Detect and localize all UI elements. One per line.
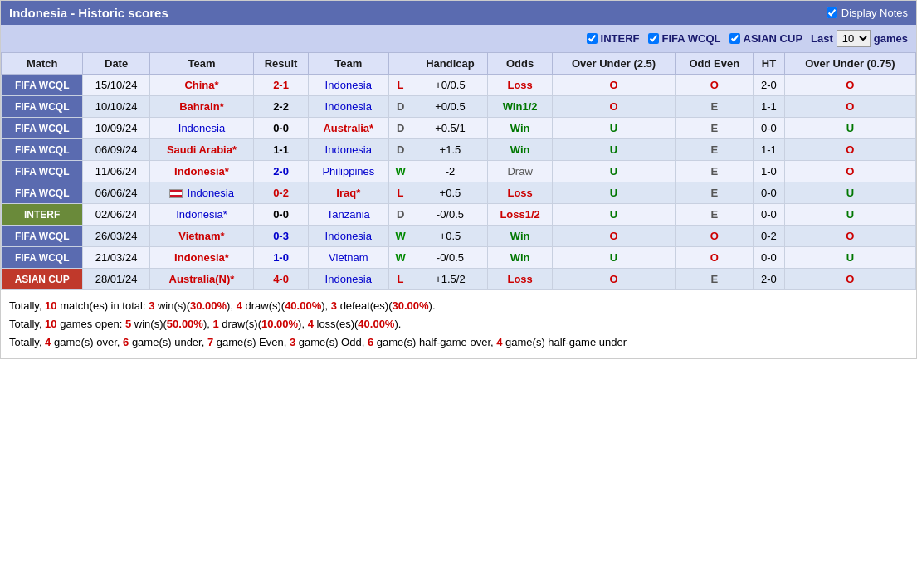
ht-ou-cell: U [784, 118, 915, 139]
result-cell: 0-0 [254, 204, 309, 226]
handicap-cell: +1.5/2 [412, 269, 488, 290]
ht-cell: 0-0 [754, 204, 784, 226]
filter-wcql[interactable]: FIFA WCQL [648, 32, 721, 45]
wcql-checkbox[interactable] [648, 33, 659, 44]
asian-cup-checkbox[interactable] [729, 33, 740, 44]
col-handicap: Handicap [412, 53, 488, 75]
team1-cell[interactable]: Bahrain* [149, 96, 253, 118]
date-cell: 11/06/24 [83, 161, 149, 182]
team2-cell[interactable]: Indonesia [308, 269, 388, 290]
oe-cell: E [676, 139, 754, 161]
team1-cell[interactable]: China* [149, 75, 253, 96]
display-notes-label: Display Notes [841, 7, 908, 19]
ht-cell: 1-0 [754, 161, 784, 182]
wdl-cell: L [388, 182, 412, 204]
table-row: FIFA WCQL21/03/24Indonesia*1-0VietnamW-0… [2, 247, 916, 269]
date-cell: 15/10/24 [83, 75, 149, 96]
oe-cell: O [676, 226, 754, 247]
team2-cell[interactable]: Indonesia [308, 75, 388, 96]
match-type-cell: FIFA WCQL [2, 161, 83, 182]
oe-cell: E [676, 182, 754, 204]
ht-cell: 0-0 [754, 247, 784, 269]
odds-cell: Draw [488, 161, 552, 182]
ou25-cell: U [552, 182, 675, 204]
display-notes-area: Display Notes [827, 7, 908, 19]
filter-interf[interactable]: INTERF [587, 32, 640, 45]
wdl-cell: D [388, 139, 412, 161]
team1-cell[interactable]: Indonesia* [149, 161, 253, 182]
handicap-cell: +0.5 [412, 182, 488, 204]
ht-cell: 0-0 [754, 182, 784, 204]
handicap-cell: -0/0.5 [412, 204, 488, 226]
team2-cell[interactable]: Indonesia [308, 226, 388, 247]
summary-line2: Totally, 10 games open: 5 win(s)(50.00%)… [9, 315, 908, 333]
scores-table: Match Date Team Result Team Handicap Odd… [1, 52, 916, 290]
ou25-cell: O [552, 75, 675, 96]
ht-ou-cell: O [784, 226, 915, 247]
games-count-select[interactable]: 5 10 15 20 30 [837, 30, 871, 47]
ht-ou-cell: O [784, 269, 915, 290]
team1-cell[interactable]: Indonesia* [149, 247, 253, 269]
table-row: FIFA WCQL10/10/24Bahrain*2-2IndonesiaD+0… [2, 96, 916, 118]
summary-wins: 3 [149, 299, 154, 312]
team1-cell[interactable]: Australia(N)* [149, 269, 253, 290]
interf-checkbox[interactable] [587, 33, 598, 44]
ou25-cell: U [552, 161, 675, 182]
handicap-cell: +0/0.5 [412, 75, 488, 96]
table-body: FIFA WCQL15/10/24China*2-1IndonesiaL+0/0… [2, 75, 916, 290]
table-row: INTERF02/06/24Indonesia*0-0TanzaniaD-0/0… [2, 204, 916, 226]
table-row: FIFA WCQL06/06/24 Indonesia0-2Iraq*L+0.5… [2, 182, 916, 204]
match-type-cell: FIFA WCQL [2, 96, 83, 118]
table-row: FIFA WCQL10/09/24Indonesia0-0Australia*D… [2, 118, 916, 139]
team2-cell[interactable]: Vietnam [308, 247, 388, 269]
team1-cell[interactable]: Indonesia [149, 182, 253, 204]
team2-cell[interactable]: Indonesia [308, 139, 388, 161]
date-cell: 06/09/24 [83, 139, 149, 161]
ou25-cell: U [552, 118, 675, 139]
date-cell: 26/03/24 [83, 226, 149, 247]
ht-ou-cell: U [784, 182, 915, 204]
filter-asian-cup[interactable]: ASIAN CUP [729, 32, 803, 45]
odds-cell: Win [488, 247, 552, 269]
ht-ou-cell: O [784, 96, 915, 118]
table-row: FIFA WCQL15/10/24China*2-1IndonesiaL+0/0… [2, 75, 916, 96]
summary-line3: Totally, 4 game(s) over, 6 game(s) under… [9, 333, 908, 352]
match-type-cell: FIFA WCQL [2, 139, 83, 161]
team1-cell[interactable]: Saudi Arabia* [149, 139, 253, 161]
main-container: Indonesia - Historic scores Display Note… [0, 0, 917, 359]
interf-label: INTERF [601, 32, 640, 45]
team1-cell[interactable]: Indonesia* [149, 204, 253, 226]
summary-section: Totally, 10 match(es) in total: 3 win(s)… [1, 290, 916, 358]
team2-cell[interactable]: Iraq* [308, 182, 388, 204]
table-header-row: Match Date Team Result Team Handicap Odd… [2, 53, 916, 75]
ht-ou-cell: O [784, 161, 915, 182]
page-header: Indonesia - Historic scores Display Note… [1, 1, 916, 25]
oe-cell: O [676, 75, 754, 96]
display-notes-checkbox[interactable] [827, 7, 837, 18]
team1-cell[interactable]: Vietnam* [149, 226, 253, 247]
date-cell: 02/06/24 [83, 204, 149, 226]
team2-cell[interactable]: Australia* [308, 118, 388, 139]
col-ht: HT [754, 53, 784, 75]
table-row: FIFA WCQL06/09/24Saudi Arabia*1-1Indones… [2, 139, 916, 161]
handicap-cell: +0.5 [412, 226, 488, 247]
summary-line1: Totally, 10 match(es) in total: 3 win(s)… [9, 297, 908, 315]
match-type-cell: FIFA WCQL [2, 226, 83, 247]
result-cell: 2-0 [254, 161, 309, 182]
ht-ou-cell: O [784, 139, 915, 161]
col-team1: Team [149, 53, 253, 75]
oe-cell: O [676, 247, 754, 269]
wcql-label: FIFA WCQL [662, 32, 721, 45]
team1-cell[interactable]: Indonesia [149, 118, 253, 139]
handicap-cell: -2 [412, 161, 488, 182]
ht-ou-cell: U [784, 204, 915, 226]
ou25-cell: O [552, 96, 675, 118]
team2-cell[interactable]: Indonesia [308, 96, 388, 118]
col-team2: Team [308, 53, 388, 75]
last-label: Last [811, 32, 833, 45]
team2-cell[interactable]: Tanzania [308, 204, 388, 226]
ht-cell: 1-1 [754, 139, 784, 161]
ht-cell: 0-2 [754, 226, 784, 247]
team2-cell[interactable]: Philippines [308, 161, 388, 182]
odds-cell: Loss1/2 [488, 204, 552, 226]
